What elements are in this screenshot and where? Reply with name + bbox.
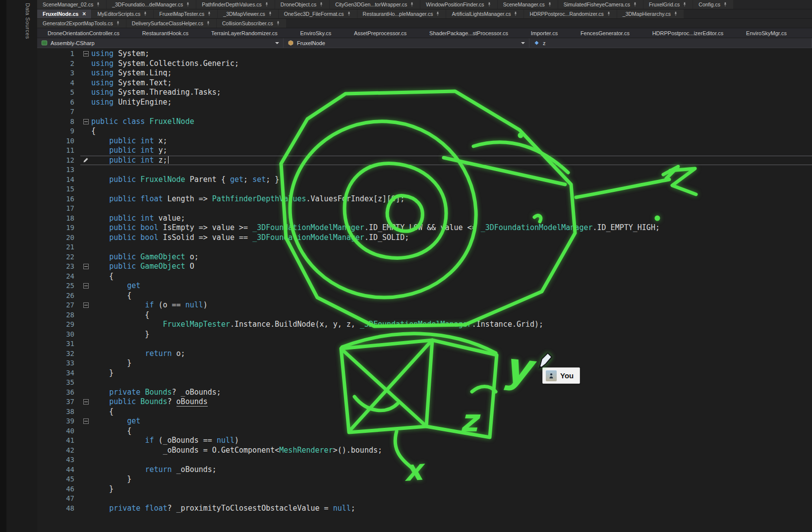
document-tab[interactable]: RestaurantHook.cs xyxy=(137,28,194,38)
document-tab[interactable]: DroneObject.cs xyxy=(275,0,329,9)
pin-icon[interactable] xyxy=(276,21,281,26)
pin-icon[interactable] xyxy=(143,11,148,16)
fold-collapse-icon[interactable] xyxy=(80,418,91,424)
code-line[interactable]: 24 { xyxy=(0,272,812,282)
code-line[interactable]: 38 { xyxy=(0,407,812,417)
pin-icon[interactable] xyxy=(673,11,678,16)
pin-icon[interactable] xyxy=(435,11,440,16)
document-tab[interactable]: HDRPPostproc...izerEditor.cs xyxy=(647,28,729,38)
pin-icon[interactable] xyxy=(633,2,638,7)
code-line[interactable]: 21 xyxy=(0,242,812,252)
pin-icon[interactable] xyxy=(487,2,492,7)
code-line[interactable]: 46 } xyxy=(0,484,812,494)
document-tab[interactable]: TerrainLayerRandomizer.cs xyxy=(206,28,283,38)
fold-collapse-icon[interactable] xyxy=(80,283,91,289)
code-line[interactable]: 45 } xyxy=(0,474,812,484)
code-line[interactable]: 43 xyxy=(0,455,812,465)
code-line[interactable]: 33 } xyxy=(0,358,812,368)
pin-icon[interactable] xyxy=(207,11,212,16)
document-tab[interactable]: CityGen3DGen...torWrapper.cs xyxy=(330,0,420,9)
document-tab[interactable]: PathfinderDepthValues.cs xyxy=(196,0,275,9)
code-line[interactable]: 11 public int y; xyxy=(0,146,812,156)
code-line[interactable]: 47 xyxy=(0,494,812,504)
document-tab[interactable]: Generator2ExportMapTools.cs xyxy=(37,19,126,28)
pin-icon[interactable] xyxy=(96,2,101,7)
document-tab[interactable]: _3DFoundatio...delManager.cs xyxy=(107,0,196,9)
type-dropdown[interactable]: FruxelNode xyxy=(284,38,529,48)
pin-icon[interactable] xyxy=(116,21,120,26)
pin-icon[interactable] xyxy=(409,2,414,7)
document-tab[interactable]: Importer.cs xyxy=(525,28,563,38)
code-line[interactable]: 44 return _oBounds; xyxy=(0,465,812,475)
code-line[interactable]: 17 xyxy=(0,204,812,214)
project-dropdown[interactable]: Assembly-CSharp xyxy=(37,38,284,48)
fold-collapse-icon[interactable] xyxy=(80,302,91,308)
fold-collapse-icon[interactable] xyxy=(80,119,91,124)
code-line[interactable]: 36 private Bounds? _oBounds; xyxy=(0,388,812,398)
document-tab[interactable]: Config.cs xyxy=(693,0,733,9)
code-line[interactable]: 5using System.Threading.Tasks; xyxy=(0,88,812,98)
code-line[interactable]: 41 if (_oBounds == null) xyxy=(0,436,812,446)
fold-collapse-icon[interactable] xyxy=(80,51,91,57)
document-tab[interactable]: DroneOrientationController.cs xyxy=(42,28,125,38)
code-line[interactable]: 27 if (o == null) xyxy=(0,300,812,310)
document-tab[interactable]: HDRPPostproc...Randomizer.cs xyxy=(524,9,616,18)
document-tab[interactable]: _3DMapViewer.cs xyxy=(218,9,278,18)
document-tab[interactable]: CollisionSubscriber.cs xyxy=(217,19,286,28)
code-line[interactable]: 8public class FruxelNode xyxy=(0,117,812,127)
code-line[interactable]: 28 { xyxy=(0,310,812,320)
member-dropdown[interactable]: z xyxy=(529,38,812,48)
document-tab[interactable]: RestaurantHo...pleManager.cs xyxy=(357,9,446,18)
code-line[interactable]: 10 public int x; xyxy=(0,136,812,146)
pin-icon[interactable] xyxy=(185,2,190,7)
code-line[interactable]: 42 _oBounds = O.GetComponent<MeshRendere… xyxy=(0,446,812,456)
code-line[interactable]: 31 xyxy=(0,339,812,349)
code-line[interactable]: 15 xyxy=(0,184,812,194)
pin-icon[interactable] xyxy=(268,11,273,16)
code-line[interactable]: 35 xyxy=(0,378,812,388)
code-line[interactable]: 9{ xyxy=(0,126,812,136)
code-line[interactable]: 40 { xyxy=(0,426,812,436)
code-line[interactable]: 14 public FruxelNode Parent { get; set; … xyxy=(0,175,812,185)
document-tab[interactable]: SceneManager_02.cs xyxy=(37,0,106,9)
code-line[interactable]: 18 public int value; xyxy=(0,214,812,224)
code-line[interactable]: 13 xyxy=(0,165,812,175)
code-line[interactable]: 16 public float Length => PathfinderDept… xyxy=(0,194,812,204)
document-tab[interactable]: MyEditorScripts.cs xyxy=(92,9,153,18)
document-tab[interactable]: ShaderPackage...stProcessor.cs xyxy=(424,28,514,38)
pin-icon[interactable] xyxy=(513,11,518,16)
code-line[interactable]: 34 } xyxy=(0,368,812,378)
code-line[interactable]: 48 private float? _proximityToClosestObs… xyxy=(0,504,812,514)
code-line[interactable]: 1using System; xyxy=(0,49,812,59)
pin-icon[interactable] xyxy=(319,2,324,7)
code-line[interactable]: 7 xyxy=(0,107,812,117)
document-tab[interactable]: SceneManager.cs xyxy=(498,0,558,9)
pin-icon[interactable] xyxy=(723,2,728,7)
fold-collapse-icon[interactable] xyxy=(80,264,91,269)
code-line[interactable]: 2using System.Collections.Generic; xyxy=(0,59,812,69)
code-line[interactable]: 12 public int z; xyxy=(0,156,812,166)
document-tab[interactable]: FruxelMapTester.cs xyxy=(154,9,217,18)
document-tab[interactable]: EnviroSkyMgr.cs xyxy=(741,28,792,38)
document-tab-active[interactable]: FruxelNode.cs× xyxy=(37,9,91,18)
document-tab[interactable]: OneSec3D_FileFormat.cs xyxy=(279,9,357,18)
document-tab[interactable]: WindowPositionFinder.cs xyxy=(420,0,497,9)
code-line[interactable]: 37 public Bounds? oBounds xyxy=(0,397,812,407)
code-line[interactable]: 22 public GameObject o; xyxy=(0,252,812,262)
document-tab[interactable]: SimulatedFisheyeCamera.cs xyxy=(558,0,643,9)
code-line[interactable]: 23 public GameObject O xyxy=(0,262,812,272)
pin-icon[interactable] xyxy=(547,2,552,7)
fold-collapse-icon[interactable] xyxy=(80,399,91,405)
code-editor[interactable]: 1using System;2using System.Collections.… xyxy=(0,48,812,532)
document-tab[interactable]: DeliverySurfaceClassHelper.cs xyxy=(126,19,216,28)
document-tab[interactable]: EnviroSky.cs xyxy=(295,28,337,38)
document-tab[interactable]: FruxelGrid.cs xyxy=(643,0,693,9)
code-line[interactable]: 3using System.Linq; xyxy=(0,68,812,78)
document-tab[interactable]: AssetPreprocessor.cs xyxy=(348,28,412,38)
code-line[interactable]: 30 } xyxy=(0,330,812,340)
code-line[interactable]: 39 get xyxy=(0,416,812,426)
pin-icon[interactable] xyxy=(206,21,211,26)
data-sources-vertical-tab[interactable]: Data Sources xyxy=(25,3,31,39)
pin-icon[interactable] xyxy=(606,11,611,16)
pin-icon[interactable] xyxy=(264,2,269,7)
